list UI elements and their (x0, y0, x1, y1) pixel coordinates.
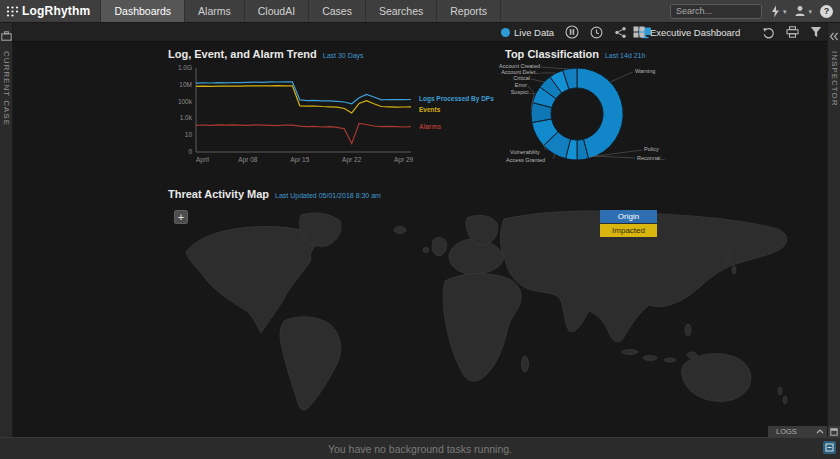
x-tick-label: Apr 22 (342, 156, 362, 164)
tab-searches[interactable]: Searches (366, 0, 437, 22)
top-nav-bar: LogRhythm DashboardsAlarmsCloudAICasesSe… (0, 0, 840, 23)
y-tick-label: 1.0G (178, 64, 192, 71)
donut-label-policy: Policy (644, 146, 659, 152)
chevron-down-icon: ▾ (783, 8, 787, 15)
briefcase-icon (1, 27, 12, 45)
help-icon[interactable]: ? (820, 5, 833, 18)
lightning-icon (770, 5, 781, 18)
dashboard-selector-label: Executive Dashboard (650, 27, 740, 38)
undo-button[interactable] (762, 26, 775, 39)
pause-button[interactable] (565, 25, 579, 39)
tasks-icon (825, 443, 834, 452)
y-tick-label: 100k (178, 98, 193, 105)
live-data-label: Live Data (514, 27, 554, 38)
map-panel-title: Threat Activity Map Last Updated 05/01/2… (168, 188, 828, 200)
world-map-svg (168, 202, 821, 432)
expand-logs-icon (816, 428, 824, 436)
donut-label-suspici: Suspici... (511, 89, 534, 95)
leader-line (553, 154, 555, 159)
search-input[interactable] (670, 4, 762, 19)
dashboard-toolbar: Live Data (13, 23, 827, 42)
background-tasks-button[interactable] (823, 441, 836, 454)
tab-reports[interactable]: Reports (437, 0, 501, 22)
leader-line (541, 67, 568, 69)
status-bar: You have no background tasks running. (0, 437, 840, 459)
tab-alarms[interactable]: Alarms (185, 0, 245, 22)
current-case-label: CURRENT CASE (2, 51, 11, 126)
leader-line (594, 156, 635, 158)
x-tick-label: April (196, 156, 210, 164)
series-label-alarms: Alarms (419, 123, 441, 130)
logo-text: LogRhythm (22, 4, 90, 18)
tab-dashboards[interactable]: Dashboards (100, 0, 185, 22)
donut-label-vulnerability: Vulnerability (510, 149, 540, 155)
series-label-logs-processed-by-dps: Logs Processed By DPs (419, 95, 494, 103)
logrhythm-logo: LogRhythm (0, 4, 90, 18)
status-message: You have no background tasks running. (328, 443, 512, 455)
classification-donut-chart: WarningPolicyReconnai...Access GrantedVu… (505, 62, 670, 187)
trend-title: Log, Event, and Alarm Trend (168, 48, 317, 60)
y-tick-label: 0 (188, 148, 192, 155)
y-tick-label: 10 (185, 131, 193, 138)
map-legend-origin-button[interactable]: Origin (600, 210, 657, 223)
user-icon (794, 5, 806, 17)
series-line-alarms (196, 123, 411, 143)
map-legend-impacted-button[interactable]: Impacted (600, 224, 657, 237)
y-tick-label: 10M (179, 81, 192, 88)
trend-panel-title: Log, Event, and Alarm Trend Last 30 Days (168, 48, 488, 60)
pause-icon (565, 25, 579, 39)
undo-icon (762, 26, 775, 39)
donut-label-access-granted: Access Granted (506, 157, 545, 163)
live-data-toggle[interactable]: Live Data (501, 27, 554, 38)
series-label-events: Events (419, 106, 441, 113)
logs-window-button[interactable] (828, 426, 840, 437)
filter-button[interactable] (810, 26, 822, 38)
x-tick-label: Apr 29 (394, 156, 414, 164)
clock-icon (590, 26, 603, 39)
inspector-panel-tab[interactable]: INSPECTOR (827, 23, 840, 437)
trend-line-chart: 1.0G10M100k1.0k100AprilApr 08Apr 15Apr 2… (168, 62, 488, 180)
tab-cases[interactable]: Cases (309, 0, 366, 22)
tab-cloudai[interactable]: CloudAI (245, 0, 309, 22)
logs-label: LOGS (776, 427, 797, 436)
donut-label-account-delet: Account Delet... (501, 69, 540, 75)
donut-label-critical: Critical (513, 75, 530, 81)
dashboard-selector[interactable]: Executive Dashboard (633, 23, 740, 41)
x-tick-label: Apr 08 (238, 156, 258, 164)
live-indicator-icon (501, 28, 510, 37)
chevron-down-icon: ▾ (808, 8, 812, 15)
map-legend: OriginImpacted (600, 210, 657, 237)
donut-label-warning: Warning (635, 68, 655, 74)
threat-map-panel: Threat Activity Map Last Updated 05/01/2… (168, 188, 828, 432)
map-subtitle: Last Updated 05/01/2018 8:30 am (275, 192, 381, 199)
history-button[interactable] (590, 26, 603, 39)
funnel-icon (810, 26, 822, 38)
print-button[interactable] (786, 26, 799, 38)
classification-title: Top Classification (505, 48, 599, 60)
toolbar-left-cluster: Live Data (501, 23, 652, 41)
printer-icon (786, 26, 799, 38)
logo-dots-icon (6, 5, 19, 18)
trend-subtitle: Last 30 Days (323, 52, 364, 59)
logs-drawer-toggle[interactable]: LOGS (768, 426, 827, 437)
series-line-logs-processed-by-dps (196, 82, 411, 104)
header-right-cluster: ▾ ▾ ? (670, 4, 840, 19)
donut-label-account-created: Account Created (499, 63, 540, 69)
toolbar-right-cluster (762, 23, 822, 41)
trend-chart-panel: Log, Event, and Alarm Trend Last 30 Days… (168, 48, 488, 180)
classification-panel: Top Classification Last 14d 21h WarningP… (505, 48, 670, 187)
map-title: Threat Activity Map (168, 188, 269, 200)
current-case-panel-tab[interactable]: CURRENT CASE (0, 23, 13, 437)
collapse-panel-icon (829, 27, 839, 45)
user-menu[interactable]: ▾ (794, 5, 812, 17)
donut-label-error: Error (515, 82, 527, 88)
classification-panel-title: Top Classification Last 14d 21h (505, 48, 670, 60)
leader-line (531, 79, 544, 82)
y-tick-label: 1.0k (180, 114, 193, 121)
world-map[interactable]: + OriginImpacted (168, 202, 821, 432)
donut-label-reconnai: Reconnai... (637, 155, 665, 161)
x-tick-label: Apr 15 (290, 156, 310, 164)
quick-actions-menu[interactable]: ▾ (770, 5, 787, 18)
share-button[interactable] (614, 26, 627, 39)
map-zoom-in-button[interactable]: + (174, 210, 188, 224)
